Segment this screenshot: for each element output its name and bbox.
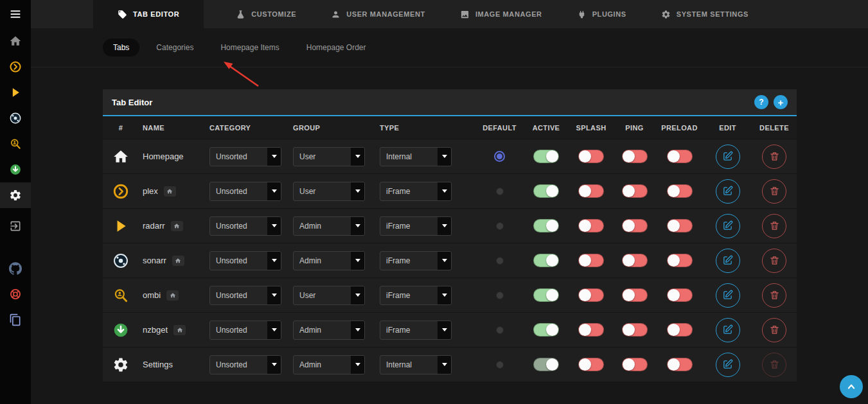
default-radio[interactable]: [496, 257, 504, 265]
hamburger-icon: [9, 8, 22, 21]
category-select[interactable]: Unsorted: [209, 182, 281, 201]
sidebar-item-nzbget[interactable]: [0, 157, 31, 182]
chevron-down-icon: [267, 217, 281, 235]
active-toggle[interactable]: [533, 150, 559, 163]
type-select[interactable]: Internal: [380, 355, 452, 374]
sidebar-item-docs[interactable]: [0, 307, 31, 333]
subnav-pill-homepage-items[interactable]: Homepage Items: [210, 39, 289, 57]
edit-button[interactable]: [716, 179, 740, 204]
sidebar-item-settings[interactable]: [0, 182, 31, 208]
tab-plugins[interactable]: PLUGINS: [563, 0, 641, 28]
ping-toggle[interactable]: [622, 288, 648, 302]
trash-icon: [769, 220, 780, 231]
type-select[interactable]: Internal: [380, 147, 452, 166]
sidebar-item-sonarr[interactable]: [0, 105, 31, 131]
preload-toggle[interactable]: [667, 323, 693, 337]
group-select[interactable]: Admin: [293, 321, 365, 340]
delete-button[interactable]: [762, 283, 786, 308]
scroll-to-top-button[interactable]: [840, 375, 863, 398]
subnav-pill-homepage-order[interactable]: Homepage Order: [296, 39, 376, 57]
sidebar-item-support[interactable]: [0, 281, 31, 307]
splash-toggle[interactable]: [578, 150, 604, 163]
splash-toggle[interactable]: [578, 288, 604, 302]
category-select[interactable]: Unsorted: [209, 286, 281, 305]
subnav-pill-categories[interactable]: Categories: [146, 39, 204, 57]
type-select[interactable]: iFrame: [380, 286, 452, 305]
help-button[interactable]: ?: [754, 95, 768, 109]
group-select[interactable]: Admin: [293, 355, 365, 374]
tab-customize[interactable]: CUSTOMIZE: [222, 0, 310, 28]
active-toggle[interactable]: [533, 323, 559, 337]
sidebar-item-radarr[interactable]: [0, 80, 31, 105]
edit-button[interactable]: [716, 214, 740, 238]
ping-toggle[interactable]: [622, 323, 648, 337]
active-toggle[interactable]: [533, 288, 559, 302]
type-select[interactable]: iFrame: [380, 216, 452, 236]
tab-user-management[interactable]: USER MANAGEMENT: [317, 0, 439, 28]
ping-toggle[interactable]: [622, 358, 648, 371]
category-select[interactable]: Unsorted: [209, 216, 281, 236]
delete-button[interactable]: [762, 318, 786, 342]
active-toggle[interactable]: [533, 184, 559, 198]
preload-toggle[interactable]: [667, 288, 693, 302]
sidebar-item-homepage[interactable]: [0, 28, 31, 54]
preload-toggle[interactable]: [667, 219, 693, 233]
sidebar-item-github[interactable]: [0, 256, 31, 281]
tab-system-settings[interactable]: SYSTEM SETTINGS: [647, 0, 763, 28]
delete-button[interactable]: [762, 249, 786, 273]
splash-toggle[interactable]: [578, 254, 604, 267]
group-select[interactable]: User: [293, 147, 365, 166]
menu-toggle-button[interactable]: [0, 0, 31, 28]
delete-button[interactable]: [762, 214, 786, 238]
category-select[interactable]: Unsorted: [209, 355, 281, 374]
ping-toggle[interactable]: [622, 184, 648, 198]
splash-toggle[interactable]: [578, 219, 604, 233]
column-header-edit: EDIT: [704, 124, 752, 132]
ping-toggle[interactable]: [622, 254, 648, 267]
delete-button[interactable]: [762, 179, 786, 204]
sidebar-item-plex[interactable]: [0, 54, 31, 80]
preload-toggle[interactable]: [667, 254, 693, 267]
ping-toggle[interactable]: [622, 150, 648, 163]
preload-toggle[interactable]: [667, 150, 693, 163]
category-select[interactable]: Unsorted: [209, 321, 281, 340]
active-toggle[interactable]: [533, 219, 559, 233]
category-select[interactable]: Unsorted: [209, 147, 281, 166]
tab-image-manager[interactable]: IMAGE MANAGER: [446, 0, 556, 28]
splash-toggle[interactable]: [578, 323, 604, 337]
default-radio[interactable]: [496, 326, 504, 334]
tab-name: radarr: [143, 221, 165, 231]
default-radio[interactable]: [496, 292, 504, 299]
type-select[interactable]: iFrame: [380, 321, 452, 340]
edit-button[interactable]: [716, 318, 740, 342]
edit-button[interactable]: [716, 283, 740, 308]
group-select[interactable]: User: [293, 182, 365, 201]
ping-toggle[interactable]: [622, 219, 648, 233]
default-radio[interactable]: [494, 151, 505, 162]
delete-button[interactable]: [762, 353, 786, 377]
logout-button[interactable]: [0, 213, 31, 239]
edit-button[interactable]: [716, 249, 740, 273]
default-radio[interactable]: [496, 361, 504, 369]
default-radio[interactable]: [496, 188, 504, 195]
default-radio[interactable]: [496, 222, 504, 230]
delete-button[interactable]: [762, 145, 786, 169]
active-toggle[interactable]: [533, 254, 559, 267]
group-select[interactable]: Admin: [293, 251, 365, 270]
add-tab-button[interactable]: +: [774, 95, 788, 109]
category-select[interactable]: Unsorted: [209, 251, 281, 270]
group-select[interactable]: User: [293, 286, 365, 305]
preload-toggle[interactable]: [667, 358, 693, 371]
type-select[interactable]: iFrame: [380, 182, 452, 201]
preload-toggle[interactable]: [667, 184, 693, 198]
edit-button[interactable]: [716, 353, 740, 377]
subnav-pill-tabs[interactable]: Tabs: [103, 39, 139, 57]
type-select[interactable]: iFrame: [380, 251, 452, 270]
active-toggle[interactable]: [533, 358, 559, 371]
edit-button[interactable]: [716, 145, 740, 169]
splash-toggle[interactable]: [578, 184, 604, 198]
tab-tab-editor[interactable]: TAB EDITOR: [93, 0, 204, 28]
splash-toggle[interactable]: [578, 358, 604, 371]
sidebar-item-ombi[interactable]: [0, 131, 31, 157]
group-select[interactable]: Admin: [293, 216, 365, 236]
